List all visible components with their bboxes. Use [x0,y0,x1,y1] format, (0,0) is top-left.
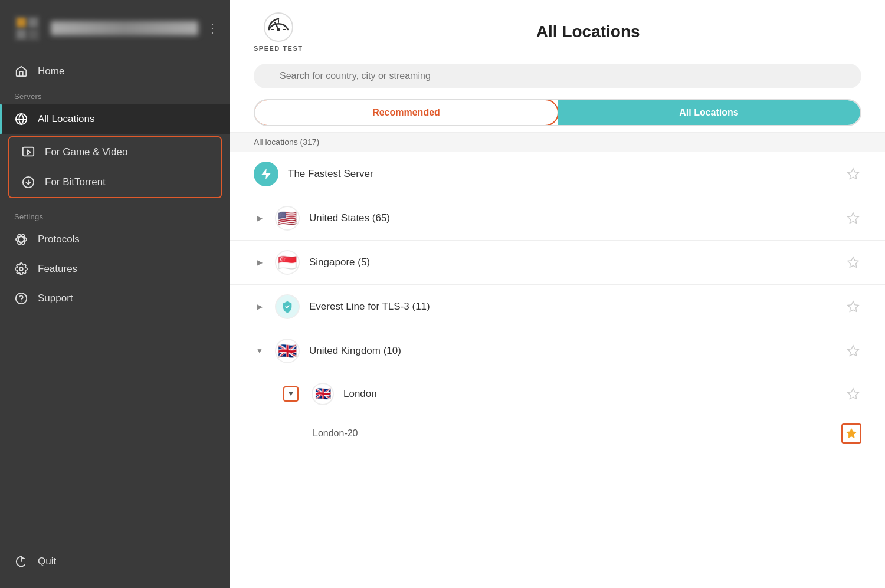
play-icon [21,145,35,159]
sidebar-item-all-locations[interactable]: All Locations [0,104,230,134]
servers-section-label: Servers [0,86,230,104]
location-item-everest[interactable]: ▶ Everest Line for TLS-3 (11) [230,285,885,329]
game-video-label: For Game & Video [45,146,127,158]
everest-expand-btn[interactable]: ▶ [254,301,266,313]
sg-star[interactable] [845,254,861,271]
locations-list: The Fastest Server ▶ 🇺🇸 United States (6… [230,152,885,588]
quit-label: Quit [38,556,56,567]
sidebar-item-bittorrent[interactable]: For BitTorrent [9,167,221,197]
sidebar-item-protocols[interactable]: Protocols [0,225,230,254]
svg-marker-33 [848,389,858,399]
svg-marker-30 [848,301,858,311]
fastest-server-icon [254,162,278,186]
svg-rect-2 [28,18,38,27]
sidebar-item-home[interactable]: Home [0,57,230,86]
question-icon [14,291,28,306]
tab-recommended[interactable]: Recommended [254,99,559,126]
location-item-us[interactable]: ▶ 🇺🇸 United States (65) [230,196,885,241]
uk-name: United Kingdom (10) [309,345,835,357]
svg-point-20 [277,28,280,31]
sidebar-item-features[interactable]: Features [0,254,230,284]
svg-marker-26 [261,169,271,179]
gear-icon [14,262,28,276]
svg-rect-1 [17,18,26,27]
us-flag: 🇺🇸 [275,206,300,231]
sidebar-header: ⋮ [0,0,230,57]
tab-all-locations[interactable]: All Locations [558,100,860,125]
us-star[interactable] [845,210,861,226]
svg-rect-3 [17,29,26,39]
globe-icon [14,112,28,126]
london-flag: 🇬🇧 [312,383,334,405]
search-wrapper [254,64,861,88]
protocols-label: Protocols [38,234,80,245]
home-icon [14,64,28,78]
search-input[interactable] [254,64,861,88]
speed-test-label: SPEED TEST [254,45,303,52]
svg-marker-32 [289,392,293,396]
svg-marker-27 [848,169,858,179]
us-name: United States (65) [309,212,835,224]
location-item-fastest[interactable]: The Fastest Server [230,152,885,196]
svg-marker-28 [848,213,858,223]
sidebar-item-quit[interactable]: Quit [0,547,230,576]
location-item-sg[interactable]: ▶ 🇸🇬 Singapore (5) [230,241,885,285]
settings-section-label: Settings [0,206,230,225]
sg-flag: 🇸🇬 [275,250,300,275]
svg-marker-31 [848,346,858,356]
main-content: SPEED TEST All Locations Recommended All… [230,0,885,588]
home-label: Home [38,65,64,77]
sg-expand-btn[interactable]: ▶ [254,257,266,268]
svg-point-14 [19,267,23,271]
svg-rect-4 [28,29,38,39]
fastest-server-name: The Fastest Server [288,168,835,180]
main-header: SPEED TEST All Locations [230,0,885,58]
london-20-name: London-20 [313,428,841,439]
uk-flag: 🇬🇧 [275,339,300,363]
london-name: London [343,388,835,400]
power-icon [14,554,28,569]
location-item-london[interactable]: 🇬🇧 London [230,373,885,415]
tab-bar: Recommended All Locations [254,99,861,126]
uk-expand-btn[interactable]: ▼ [254,345,266,357]
everest-flag [275,294,300,319]
features-label: Features [38,263,77,275]
us-expand-btn[interactable]: ▶ [254,212,266,224]
sidebar-item-game-video[interactable]: For Game & Video [9,137,221,167]
search-bar-container [230,58,885,94]
everest-star[interactable] [845,298,861,315]
all-locations-label: All Locations [38,113,94,125]
app-name [51,21,198,35]
london-star[interactable] [845,386,861,402]
svg-rect-7 [23,147,34,156]
sidebar: ⋮ Home Servers All Locations [0,0,230,588]
locations-header: All locations (317) [230,132,885,152]
sidebar-menu-dots[interactable]: ⋮ [206,21,218,35]
location-item-uk[interactable]: ▼ 🇬🇧 United Kingdom (10) [230,329,885,373]
sg-name: Singapore (5) [309,257,835,268]
london-expand-btn[interactable] [283,386,299,402]
london-20-star[interactable] [841,423,861,444]
highlighted-servers-group: For Game & Video For BitTorrent [8,136,222,198]
uk-star[interactable] [845,343,861,359]
svg-marker-8 [27,150,31,154]
svg-marker-29 [848,257,858,267]
support-label: Support [38,293,73,304]
app-logo [12,13,42,44]
fastest-server-star[interactable] [845,166,861,182]
bittorrent-label: For BitTorrent [45,176,106,188]
svg-marker-34 [847,429,857,438]
protocols-icon [14,232,28,247]
everest-name: Everest Line for TLS-3 (11) [309,301,835,313]
download-icon [21,175,35,189]
page-title: All Locations [314,22,861,41]
speed-test-button[interactable]: SPEED TEST [254,12,303,52]
location-item-london-20[interactable]: London-20 [230,415,885,452]
sidebar-item-support[interactable]: Support [0,284,230,313]
